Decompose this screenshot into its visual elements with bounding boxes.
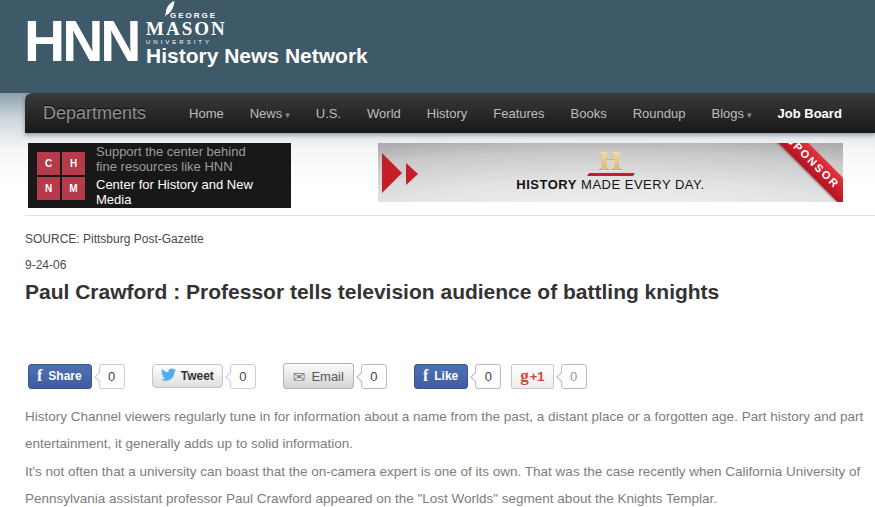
nav-item-history[interactable]: History	[427, 106, 467, 121]
google-plus-one-button[interactable]: g +1	[511, 364, 553, 389]
chevron-down-icon: ▾	[285, 110, 290, 120]
facebook-like-count: 0	[475, 364, 501, 389]
site-title: History News Network	[146, 44, 368, 68]
nav-item-books[interactable]: Books	[571, 106, 607, 121]
quill-icon	[162, 1, 177, 22]
google-g-icon: g	[520, 368, 529, 384]
chnm-logo-letter: N	[37, 177, 60, 200]
history-tagline: HISTORY MADE EVERY DAY.	[378, 177, 843, 192]
nav-item-world[interactable]: World	[367, 106, 401, 121]
chnm-logo-letter: C	[37, 152, 60, 175]
facebook-share-count: 0	[99, 364, 125, 389]
history-channel-ad-banner[interactable]: H HISTORY MADE EVERY DAY. SPONSOR	[378, 143, 843, 202]
nav-item-job-board[interactable]: Job Board	[778, 106, 842, 121]
chnm-logo-letter: H	[62, 152, 85, 175]
email-count: 0	[361, 364, 387, 389]
site-header: HNN GEORGE MASON UNIVERSITY History News…	[0, 0, 875, 93]
article-paragraph-1: History Channel viewers regularly tune i…	[25, 403, 868, 457]
nav-item-news-label: News	[250, 106, 283, 121]
chnm-ad-banner[interactable]: C H N M Support the center behind fine r…	[28, 143, 291, 208]
nav-item-blogs[interactable]: Blogs▾	[711, 106, 751, 121]
facebook-icon: f	[423, 369, 428, 383]
email-icon: ✉	[293, 369, 306, 384]
gmu-mason-label: MASON	[146, 20, 227, 38]
social-share-row: f Share 0 Tweet 0 ✉ Email 0 f Like 0 g +…	[28, 363, 614, 389]
history-logo-underline	[587, 173, 635, 176]
chnm-ad-text: Support the center behind fine resources…	[96, 144, 291, 207]
twitter-bird-icon	[161, 368, 176, 384]
history-tagline-bold: HISTORY	[516, 177, 577, 192]
nav-item-roundup[interactable]: Roundup	[633, 106, 686, 121]
main-nav: Departments Home News▾ U.S. World Histor…	[25, 93, 875, 133]
article-source: SOURCE: Pittsburg Post-Gazette	[25, 232, 204, 246]
history-tagline-rest: MADE EVERY DAY.	[577, 177, 705, 192]
email-button[interactable]: ✉ Email	[283, 363, 354, 389]
gmu-logo[interactable]: GEORGE MASON UNIVERSITY	[146, 11, 227, 45]
tweet-count: 0	[230, 364, 256, 389]
content-divider	[25, 215, 875, 216]
facebook-share-button[interactable]: f Share	[28, 364, 92, 389]
chnm-logo-letter: M	[62, 177, 85, 200]
nav-item-us[interactable]: U.S.	[316, 106, 341, 121]
tweet-button[interactable]: Tweet	[152, 364, 223, 388]
chnm-ad-line3: Center for History and New Media	[96, 177, 291, 207]
history-logo-block: H HISTORY MADE EVERY DAY.	[378, 145, 843, 192]
facebook-share-group: f Share 0	[28, 364, 125, 389]
article-headline: Paul Crawford : Professor tells televisi…	[25, 280, 865, 304]
article-paragraph-2: It's not often that a university can boa…	[25, 458, 868, 507]
chevron-down-icon: ▾	[747, 110, 752, 120]
chnm-logo: C H N M	[37, 152, 85, 200]
google-plus-group: g +1 0	[511, 364, 586, 389]
facebook-like-button[interactable]: f Like	[414, 364, 468, 389]
email-label: Email	[311, 369, 344, 384]
facebook-like-group: f Like 0	[414, 364, 501, 389]
departments-menu[interactable]: Departments	[25, 103, 160, 124]
google-plus-one-count: 0	[561, 364, 587, 389]
facebook-like-label: Like	[434, 369, 458, 383]
google-plus-one-label: +1	[530, 369, 545, 384]
nav-item-news[interactable]: News▾	[250, 106, 290, 121]
facebook-share-label: Share	[48, 369, 81, 383]
hnn-logo[interactable]: HNN	[24, 8, 139, 74]
chnm-ad-line1: Support the center behind	[96, 144, 291, 159]
chnm-ad-line2: fine resources like HNN	[96, 159, 291, 174]
nav-item-blogs-label: Blogs	[711, 106, 744, 121]
facebook-icon: f	[37, 369, 42, 383]
history-h-logo: H	[599, 145, 622, 175]
email-group: ✉ Email 0	[283, 363, 387, 389]
nav-item-home[interactable]: Home	[189, 106, 224, 121]
tweet-group: Tweet 0	[152, 364, 256, 389]
tweet-label: Tweet	[181, 369, 214, 383]
nav-item-features[interactable]: Features	[493, 106, 544, 121]
article-date: 9-24-06	[25, 258, 66, 272]
